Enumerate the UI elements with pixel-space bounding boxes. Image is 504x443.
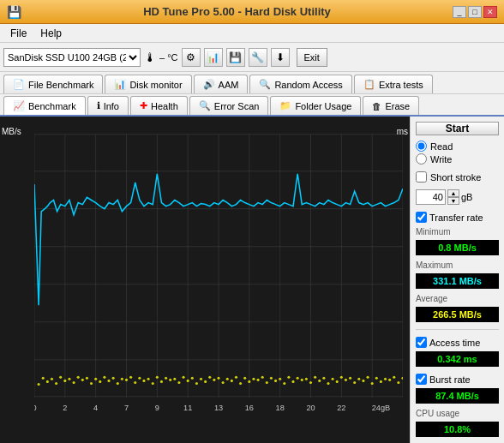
svg-point-78 <box>283 382 285 385</box>
svg-point-95 <box>68 378 70 380</box>
tab-aam[interactable]: 🔊 AAM <box>194 75 249 93</box>
error-scan-icon: 🔍 <box>199 100 211 111</box>
svg-point-84 <box>336 380 339 383</box>
temp-icon: 🌡 <box>144 51 156 64</box>
menu-help[interactable]: Help <box>33 26 69 41</box>
svg-point-130 <box>375 377 378 380</box>
svg-point-132 <box>393 376 395 379</box>
svg-point-126 <box>340 376 343 379</box>
svg-text:20: 20 <box>306 404 315 412</box>
svg-point-83 <box>327 382 329 385</box>
toolbar-icon-3[interactable]: 💾 <box>226 48 245 67</box>
svg-point-92 <box>42 377 45 380</box>
svg-text:9: 9 <box>155 404 159 412</box>
erase-icon: 🗑 <box>372 101 381 111</box>
tab-erase[interactable]: 🗑 Erase <box>363 96 419 115</box>
svg-point-116 <box>252 378 255 380</box>
tab-folder-usage[interactable]: 📁 Folder Usage <box>270 96 361 115</box>
menu-bar: File Help <box>0 24 504 43</box>
minimize-button[interactable]: _ <box>453 6 466 18</box>
menu-file[interactable]: File <box>3 26 33 41</box>
svg-point-120 <box>287 376 290 379</box>
tab-extra-tests[interactable]: 📋 Extra tests <box>354 75 433 93</box>
read-radio[interactable] <box>416 141 427 152</box>
main-content: MB/s ms <box>0 117 504 443</box>
svg-point-124 <box>322 377 325 380</box>
start-button[interactable]: Start <box>416 122 499 135</box>
short-stroke-label: Short stroke <box>430 172 481 183</box>
svg-point-123 <box>314 376 316 379</box>
svg-point-63 <box>152 382 154 385</box>
svg-point-90 <box>388 379 391 381</box>
spin-down-button[interactable]: ▼ <box>447 197 459 205</box>
disk-selector[interactable]: SanDisk SSD U100 24GB (24 gB) <box>3 48 141 67</box>
short-stroke-checkbox[interactable] <box>416 171 427 183</box>
spin-up-button[interactable]: ▲ <box>447 189 459 197</box>
chart-svg: 350 300 250 200 150 100 50 0 3.50 3.00 2… <box>34 123 403 426</box>
exit-button[interactable]: Exit <box>297 48 327 67</box>
toolbar-icon-4[interactable]: 🔧 <box>249 48 267 67</box>
svg-text:4: 4 <box>93 404 98 412</box>
divider-1 <box>416 329 499 330</box>
toolbar: SanDisk SSD U100 24GB (24 gB) 🌡 – °C ⚙ 📊… <box>0 43 504 72</box>
svg-point-110 <box>200 378 202 380</box>
svg-point-69 <box>204 380 207 383</box>
toolbar-icon-2[interactable]: 📊 <box>204 48 223 67</box>
transfer-rate-checkbox[interactable] <box>416 212 427 223</box>
average-label: Average <box>416 294 499 303</box>
svg-point-125 <box>332 378 334 380</box>
tab-health[interactable]: ✚ Health <box>130 96 188 115</box>
write-radio[interactable] <box>416 153 427 165</box>
svg-text:18: 18 <box>276 404 285 412</box>
svg-text:24gB: 24gB <box>372 404 391 412</box>
write-label: Write <box>430 154 452 165</box>
close-button[interactable]: ✕ <box>483 6 497 18</box>
access-time-checkbox[interactable] <box>416 337 427 348</box>
tab-random-access[interactable]: 🔍 Random Access <box>249 75 351 93</box>
right-panel: Start Read Write Short stroke ▲ ▼ gB <box>410 117 504 443</box>
svg-point-62 <box>142 380 145 382</box>
random-access-icon: 🔍 <box>259 79 271 90</box>
tab-file-benchmark[interactable]: 📄 File Benchmark <box>3 75 103 93</box>
tab-info[interactable]: ℹ Info <box>87 96 129 115</box>
toolbar-icon-5[interactable]: ⬇ <box>271 48 290 67</box>
benchmark-icon: 📈 <box>13 100 25 111</box>
svg-point-51 <box>46 380 49 383</box>
tabs-row1: 📄 File Benchmark 📊 Disk monitor 🔊 AAM 🔍 … <box>0 72 504 94</box>
tab-error-scan[interactable]: 🔍 Error Scan <box>189 96 269 115</box>
toolbar-icon-1[interactable]: ⚙ <box>182 48 201 67</box>
tab-disk-monitor[interactable]: 📊 Disk monitor <box>105 75 191 93</box>
svg-text:13: 13 <box>214 404 223 412</box>
spinbox-input[interactable] <box>416 189 446 205</box>
svg-point-60 <box>125 379 128 381</box>
svg-point-55 <box>81 379 84 381</box>
svg-point-54 <box>73 381 75 384</box>
svg-point-81 <box>309 381 312 384</box>
short-stroke-row: Short stroke <box>416 171 499 183</box>
health-icon: ✚ <box>140 100 147 111</box>
svg-point-52 <box>55 382 57 385</box>
maximize-button[interactable]: □ <box>468 6 482 18</box>
svg-point-80 <box>301 379 303 381</box>
svg-point-108 <box>183 376 185 379</box>
y-axis-right-label: ms <box>397 127 408 136</box>
aam-icon: 🔊 <box>203 79 215 90</box>
svg-point-89 <box>380 380 382 383</box>
maximum-label: Maximum <box>416 260 499 270</box>
svg-point-74 <box>248 380 250 383</box>
read-radio-row: Read <box>416 141 499 152</box>
svg-point-93 <box>51 378 53 380</box>
tab-benchmark[interactable]: 📈 Benchmark <box>3 96 86 115</box>
svg-point-86 <box>353 381 356 384</box>
svg-point-59 <box>117 382 119 385</box>
svg-point-65 <box>169 379 171 381</box>
svg-point-61 <box>134 381 136 384</box>
spinbox-unit: gB <box>461 192 472 202</box>
transfer-rate-label: Transfer rate <box>416 212 499 223</box>
burst-rate-checkbox[interactable] <box>416 374 427 385</box>
svg-point-102 <box>129 376 132 379</box>
svg-point-99 <box>103 376 105 379</box>
window-controls: _ □ ✕ <box>453 6 497 18</box>
spinbox-row: ▲ ▼ gB <box>416 189 499 205</box>
svg-point-103 <box>138 377 141 380</box>
